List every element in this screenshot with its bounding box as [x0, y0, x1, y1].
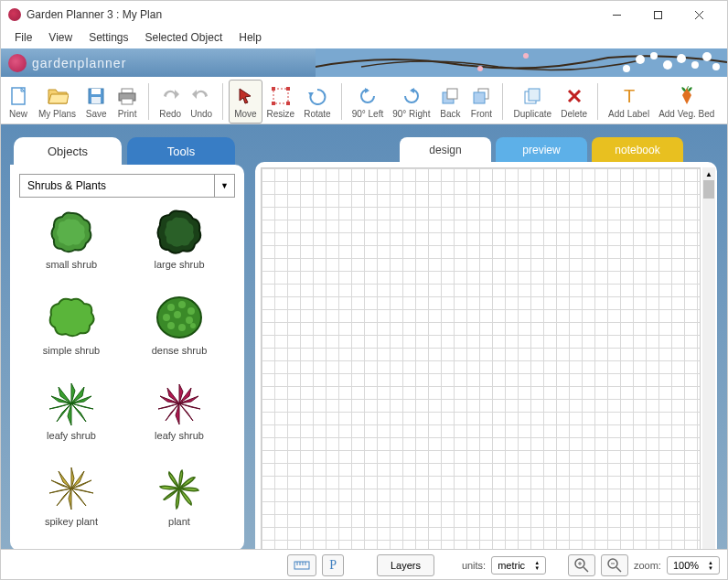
canvas-area: design preview notebook ▲ ▼ ◀ ▶	[255, 137, 727, 580]
object-label: spikey plant	[45, 516, 98, 527]
save-button[interactable]: Save	[80, 80, 112, 124]
move-button[interactable]: Move	[229, 80, 262, 124]
scroll-thumb[interactable]	[703, 180, 714, 199]
menubar: File View Settings Selected Object Help	[1, 28, 727, 48]
svg-point-42	[167, 304, 175, 311]
svg-point-5	[636, 55, 645, 64]
shrub-leafy-red-icon	[152, 378, 207, 428]
menu-selected-object[interactable]: Selected Object	[137, 28, 231, 48]
add-label-button[interactable]: TAdd Label	[604, 80, 654, 124]
svg-rect-32	[447, 89, 457, 99]
zoom-select[interactable]: 100%▲▼	[667, 556, 720, 575]
tab-preview[interactable]: preview	[496, 137, 587, 162]
svg-point-43	[178, 301, 186, 308]
vertical-scrollbar[interactable]: ▲ ▼	[702, 167, 715, 568]
svg-rect-22	[122, 99, 133, 104]
svg-point-12	[623, 65, 630, 72]
svg-point-44	[187, 307, 195, 315]
object-item[interactable]: large shrub	[127, 207, 231, 285]
svg-rect-18	[91, 89, 101, 94]
svg-rect-20	[122, 89, 133, 93]
svg-point-47	[186, 317, 193, 324]
rotate-button[interactable]: Rotate	[299, 80, 335, 124]
svg-marker-28	[308, 92, 314, 97]
object-label: dense shrub	[152, 345, 208, 356]
tab-design[interactable]: design	[400, 137, 491, 162]
brand-band: gardenplanner	[1, 48, 727, 77]
menu-file[interactable]: File	[6, 28, 40, 48]
bring-front-button[interactable]: Front	[466, 80, 497, 124]
design-canvas[interactable]	[261, 167, 701, 568]
object-label: large shrub	[154, 259, 204, 270]
object-label: plant	[168, 516, 190, 527]
layers-button[interactable]: Layers	[377, 554, 434, 576]
tab-notebook[interactable]: notebook	[592, 137, 683, 162]
brand-text: gardenplanner	[32, 56, 126, 70]
resize-button[interactable]: Resize	[262, 80, 300, 124]
object-label: leafy shrub	[155, 430, 204, 441]
titlebar: Garden Planner 3 : My Plan	[1, 1, 727, 28]
redo-button[interactable]: Redo	[155, 80, 186, 124]
plant-star-green-icon	[152, 464, 207, 514]
object-grid: small shrublarge shrubsimple shrubdense …	[19, 207, 235, 542]
svg-point-11	[712, 63, 720, 70]
rotate-right-button[interactable]: 90° Right	[388, 80, 434, 124]
status-bar: P Layers units: metric▲▼ zoom: 100%▲▼	[1, 549, 727, 580]
svg-rect-26	[272, 102, 275, 105]
tab-tools[interactable]: Tools	[127, 137, 235, 165]
category-select[interactable]: Shrubs & Plants ▼	[19, 174, 235, 198]
object-item[interactable]: leafy shrub	[19, 378, 123, 456]
object-label: small shrub	[46, 259, 97, 270]
svg-point-14	[477, 66, 483, 71]
menu-settings[interactable]: Settings	[80, 28, 136, 48]
svg-marker-29	[365, 88, 369, 93]
svg-rect-1	[655, 11, 662, 18]
object-item[interactable]: plant	[127, 464, 231, 542]
print-button[interactable]: Print	[112, 80, 143, 124]
object-item[interactable]: small shrub	[19, 207, 123, 285]
shrub-round-dark-icon	[152, 207, 207, 257]
menu-help[interactable]: Help	[230, 28, 270, 48]
rotate-left-button[interactable]: 90° Left	[348, 80, 389, 124]
close-button[interactable]	[679, 1, 720, 28]
my-plans-button[interactable]: My Plans	[34, 80, 80, 124]
palette: Objects Tools Shrubs & Plants ▼ small sh…	[10, 137, 244, 580]
svg-rect-51	[294, 562, 309, 569]
dropdown-arrow-icon[interactable]: ▼	[214, 175, 234, 197]
svg-point-13	[523, 53, 529, 59]
shrub-round-green-icon	[44, 207, 99, 257]
send-back-button[interactable]: Back	[434, 80, 466, 124]
new-button[interactable]: New	[3, 80, 34, 124]
object-item[interactable]: spikey plant	[19, 464, 123, 542]
svg-point-7	[663, 60, 672, 70]
properties-button[interactable]: P	[322, 554, 344, 576]
zoom-out-button[interactable]	[601, 554, 628, 576]
svg-rect-19	[91, 97, 101, 103]
ruler-button[interactable]	[287, 554, 316, 576]
add-veg-bed-button[interactable]: Add Veg. Bed	[654, 80, 719, 124]
minimize-button[interactable]	[596, 1, 637, 28]
svg-point-48	[167, 322, 175, 329]
units-label: units:	[462, 560, 486, 571]
svg-point-50	[190, 323, 196, 328]
units-select[interactable]: metric▲▼	[491, 556, 546, 575]
menu-view[interactable]: View	[40, 28, 80, 48]
svg-rect-34	[474, 92, 485, 103]
palette-panel: Shrubs & Plants ▼ small shrublarge shrub…	[10, 165, 244, 551]
object-item[interactable]: simple shrub	[19, 293, 123, 371]
maximize-button[interactable]	[637, 1, 679, 28]
svg-point-49	[178, 324, 186, 331]
duplicate-button[interactable]: Duplicate	[509, 80, 556, 124]
object-item[interactable]: dense shrub	[127, 293, 231, 371]
zoom-in-button[interactable]	[568, 554, 595, 576]
svg-rect-36	[529, 89, 540, 101]
scroll-up-icon[interactable]: ▲	[702, 167, 715, 180]
delete-button[interactable]: Delete	[556, 80, 592, 124]
svg-point-46	[174, 311, 181, 318]
svg-point-9	[691, 61, 699, 69]
object-item[interactable]: leafy shrub	[127, 378, 231, 456]
undo-button[interactable]: Undo	[186, 80, 217, 124]
tab-objects[interactable]: Objects	[14, 137, 122, 165]
svg-rect-27	[286, 102, 290, 105]
svg-rect-25	[286, 87, 290, 91]
